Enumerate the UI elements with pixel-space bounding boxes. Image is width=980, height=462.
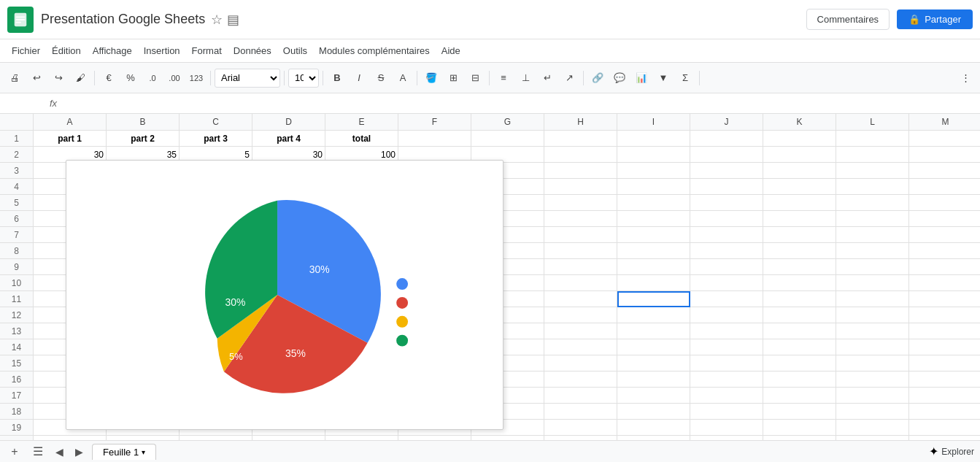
cell-J12[interactable] — [690, 307, 763, 323]
cell-K17[interactable] — [763, 388, 836, 404]
cell-I4[interactable] — [617, 179, 690, 195]
menu-item-édition[interactable]: Édition — [46, 42, 87, 59]
currency-button[interactable]: € — [99, 68, 119, 88]
sheets-menu-button[interactable]: ☰ — [29, 443, 47, 461]
cell-M13[interactable] — [909, 323, 980, 339]
cell-F20[interactable] — [398, 436, 471, 440]
cell-M5[interactable] — [909, 195, 980, 211]
cell-H11[interactable] — [544, 291, 617, 307]
cell-M15[interactable] — [909, 355, 980, 371]
cell-K8[interactable] — [763, 243, 836, 259]
cell-J19[interactable] — [690, 420, 763, 436]
col-header-C[interactable]: C — [180, 114, 252, 130]
cell-H3[interactable] — [544, 163, 617, 179]
cell-M9[interactable] — [909, 259, 980, 275]
cell-L7[interactable] — [836, 227, 909, 243]
font-size-select[interactable]: 10 — [288, 69, 319, 88]
cell-C20[interactable] — [180, 436, 252, 440]
cell-J8[interactable] — [690, 243, 763, 259]
col-header-B[interactable]: B — [107, 114, 180, 130]
cell-E20[interactable] — [325, 436, 398, 440]
paint-format-button[interactable]: 🖌 — [70, 68, 90, 88]
cell-I2[interactable] — [617, 147, 690, 163]
col-header-H[interactable]: H — [544, 114, 617, 130]
cell-H4[interactable] — [544, 179, 617, 195]
row-number[interactable]: 14 — [0, 339, 34, 355]
cell-H1[interactable] — [544, 131, 617, 147]
cell-I14[interactable] — [617, 339, 690, 355]
cell-I16[interactable] — [617, 371, 690, 388]
cell-I11[interactable] — [617, 291, 690, 307]
cell-L11[interactable] — [836, 291, 909, 307]
undo-button[interactable]: ↩ — [26, 68, 47, 88]
cell-G1[interactable] — [471, 131, 544, 147]
col-header-J[interactable]: J — [690, 114, 763, 130]
sheet-tab[interactable]: Feuille 1 ▾ — [92, 444, 156, 460]
fill-color-button[interactable]: 🪣 — [421, 68, 441, 88]
cell-K5[interactable] — [763, 195, 836, 211]
row-number[interactable]: 2 — [0, 147, 34, 163]
cell-I3[interactable] — [617, 163, 690, 179]
cell-J2[interactable] — [690, 147, 763, 163]
cell-C1[interactable]: part 3 — [180, 131, 252, 147]
cell-K4[interactable] — [763, 179, 836, 195]
col-header-E[interactable]: E — [325, 114, 398, 130]
font-family-select[interactable]: Arial — [215, 69, 280, 88]
cell-L8[interactable] — [836, 243, 909, 259]
cell-H18[interactable] — [544, 404, 617, 420]
row-number[interactable]: 17 — [0, 388, 34, 404]
cell-H7[interactable] — [544, 227, 617, 243]
comment-button[interactable]: 💬 — [609, 68, 630, 88]
cell-J18[interactable] — [690, 404, 763, 420]
cell-L18[interactable] — [836, 404, 909, 420]
row-number[interactable]: 1 — [0, 131, 34, 147]
cell-K15[interactable] — [763, 355, 836, 371]
row-number[interactable]: 3 — [0, 163, 34, 179]
cell-J10[interactable] — [690, 275, 763, 291]
cell-A1[interactable]: part 1 — [34, 131, 107, 147]
cell-K1[interactable] — [763, 131, 836, 147]
cell-L14[interactable] — [836, 339, 909, 355]
cell-I8[interactable] — [617, 243, 690, 259]
menu-item-données[interactable]: Données — [228, 42, 277, 59]
text-rotate-button[interactable]: ↗ — [559, 68, 579, 88]
cell-M12[interactable] — [909, 307, 980, 323]
cell-J6[interactable] — [690, 211, 763, 227]
cell-L13[interactable] — [836, 323, 909, 339]
cell-J13[interactable] — [690, 323, 763, 339]
cell-H14[interactable] — [544, 339, 617, 355]
cell-K10[interactable] — [763, 275, 836, 291]
cell-L15[interactable] — [836, 355, 909, 371]
cell-J14[interactable] — [690, 339, 763, 355]
format-number-button[interactable]: 123 — [186, 68, 207, 88]
cell-B1[interactable]: part 2 — [107, 131, 180, 147]
cell-I6[interactable] — [617, 211, 690, 227]
cell-K11[interactable] — [763, 291, 836, 307]
cell-I12[interactable] — [617, 307, 690, 323]
cell-H10[interactable] — [544, 275, 617, 291]
cell-G20[interactable] — [471, 436, 544, 440]
cell-H8[interactable] — [544, 243, 617, 259]
cell-J5[interactable] — [690, 195, 763, 211]
cell-H19[interactable] — [544, 420, 617, 436]
strikethrough-button[interactable]: S — [371, 68, 391, 88]
cell-M3[interactable] — [909, 163, 980, 179]
cell-H6[interactable] — [544, 211, 617, 227]
row-number[interactable]: 4 — [0, 179, 34, 195]
cell-K7[interactable] — [763, 227, 836, 243]
cell-M8[interactable] — [909, 243, 980, 259]
cell-I13[interactable] — [617, 323, 690, 339]
cell-I15[interactable] — [617, 355, 690, 371]
cell-J9[interactable] — [690, 259, 763, 275]
cell-M16[interactable] — [909, 371, 980, 388]
cell-H17[interactable] — [544, 388, 617, 404]
cell-K16[interactable] — [763, 371, 836, 388]
col-header-K[interactable]: K — [763, 114, 836, 130]
cell-M1[interactable] — [909, 131, 980, 147]
align-vert-button[interactable]: ⊥ — [515, 68, 536, 88]
comments-button[interactable]: Commentaires — [806, 9, 890, 30]
row-number[interactable]: 8 — [0, 243, 34, 259]
cell-K12[interactable] — [763, 307, 836, 323]
scroll-left[interactable]: ◀ — [53, 446, 66, 458]
cell-M2[interactable] — [909, 147, 980, 163]
